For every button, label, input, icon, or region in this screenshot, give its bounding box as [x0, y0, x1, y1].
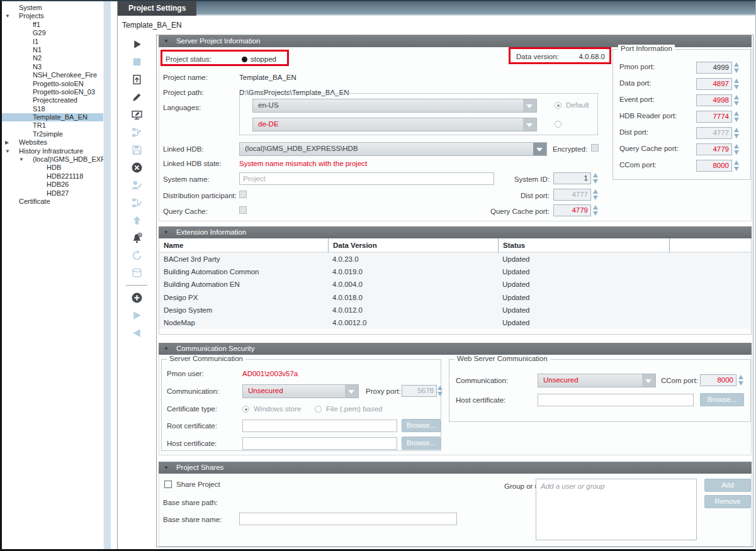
- tree-item-system[interactable]: System: [2, 4, 103, 12]
- tree-item-n1[interactable]: N1: [2, 46, 103, 54]
- remove-button[interactable]: Remove: [704, 495, 751, 508]
- web-communication-dropdown[interactable]: Unsecured: [538, 374, 656, 387]
- tree-item-certificate[interactable]: Certificate: [2, 198, 103, 206]
- host-certificate-input[interactable]: [242, 437, 397, 450]
- column-header[interactable]: [669, 238, 751, 253]
- tree-scrollbar[interactable]: [103, 1, 111, 549]
- activate-project-button[interactable]: [118, 70, 155, 88]
- expand-icon[interactable]: ▶: [5, 138, 9, 147]
- share-project-checkbox[interactable]: [164, 481, 172, 488]
- tree-item-ff1[interactable]: ff1: [2, 21, 103, 29]
- section-header-extension-info[interactable]: ▼Extension Information: [159, 226, 752, 238]
- tree-item-template-ba-en[interactable]: Template_BA_EN: [2, 113, 103, 121]
- start-project-button[interactable]: [118, 35, 155, 53]
- query-cache-port-field[interactable]: 4779: [553, 204, 591, 216]
- section-header-communication-security[interactable]: ▼Communication Security: [159, 343, 752, 355]
- tree-item-hdb27[interactable]: HDB27: [2, 189, 103, 198]
- tree-item-hdb[interactable]: HDB: [2, 164, 103, 172]
- port-row-field[interactable]: 7774: [696, 111, 732, 123]
- section-header-project-shares[interactable]: ▼Project Shares: [159, 462, 752, 474]
- save-button[interactable]: [118, 141, 155, 159]
- add-button[interactable]: Add: [704, 479, 751, 492]
- language-primary-dropdown[interactable]: en-US: [252, 99, 537, 113]
- file-pem-radio[interactable]: [315, 406, 322, 413]
- edit-display-button[interactable]: [118, 106, 155, 123]
- web-host-certificate-browse-button[interactable]: Browse...: [700, 393, 744, 406]
- host-certificate-browse-button[interactable]: Browse...: [402, 437, 441, 450]
- history-database-button[interactable]: [118, 264, 155, 282]
- port-row-field[interactable]: 4998: [696, 94, 732, 106]
- collapse-icon[interactable]: ▼: [5, 12, 10, 20]
- table-row[interactable]: Building Automation Common4.0.019.0Updat…: [159, 265, 751, 278]
- tree-item-i1[interactable]: I1: [2, 38, 103, 46]
- tree-item-hdb26[interactable]: HDB26: [2, 181, 103, 189]
- proxy-port-field[interactable]: 5678: [402, 385, 437, 397]
- port-row-field[interactable]: 4999: [696, 62, 732, 74]
- tree-item-g29[interactable]: G29: [2, 29, 103, 37]
- column-header[interactable]: Data Version: [328, 238, 498, 253]
- root-certificate-browse-button[interactable]: Browse...: [402, 419, 441, 432]
- group-user-listbox[interactable]: Add a user or group: [536, 479, 697, 540]
- tree-item-hdb221118[interactable]: HDB221118: [2, 172, 103, 181]
- web-host-certificate-input[interactable]: [538, 394, 694, 406]
- port-row-field[interactable]: 4777: [696, 127, 732, 139]
- base-share-name-input[interactable]: [239, 513, 457, 525]
- ccom-port-spinner[interactable]: [738, 374, 745, 386]
- next-button[interactable]: [118, 306, 155, 324]
- column-header[interactable]: Status: [498, 238, 669, 253]
- proxy-port-spinner[interactable]: [437, 385, 444, 397]
- tree-item-n2[interactable]: N2: [2, 54, 103, 62]
- column-header[interactable]: Name: [159, 238, 328, 253]
- tree-item-tr2simple[interactable]: Tr2simple: [2, 130, 103, 138]
- table-row[interactable]: Building Automation EN4.0.004.0Updated: [159, 278, 751, 291]
- system-id-field[interactable]: 1: [553, 172, 591, 184]
- linked-hdb-dropdown[interactable]: (local)\GMS_HDB_EXPRESS\HDB: [239, 142, 547, 156]
- stop-project-button[interactable]: [118, 53, 155, 70]
- edit-network-button[interactable]: [118, 123, 155, 141]
- language-secondary-dropdown[interactable]: de-DE: [252, 118, 537, 131]
- previous-button[interactable]: [118, 324, 155, 342]
- user-check-button[interactable]: [118, 176, 155, 194]
- tree-item-s18[interactable]: S18: [2, 105, 103, 113]
- tree-item-progetto-soloen-03[interactable]: Progetto-soloEN_03: [2, 88, 103, 96]
- tree-item-websites[interactable]: ▶Websites: [2, 138, 103, 147]
- query-cache-port-spinner[interactable]: [592, 204, 599, 216]
- table-row[interactable]: BACnet 3rd Party4.0.23.0Updated: [159, 253, 751, 265]
- tree-item--local-gms-hdb-express[interactable]: ▼(local)\GMS_HDB_EXPRESS: [2, 155, 103, 164]
- system-id-spinner[interactable]: [592, 172, 599, 184]
- dist-port-spinner[interactable]: [592, 189, 599, 201]
- port-row-field[interactable]: 8000: [696, 160, 732, 172]
- query-cache-checkbox[interactable]: [239, 206, 247, 214]
- network-check-button[interactable]: [118, 194, 155, 211]
- tab-project-settings[interactable]: Project Settings: [118, 1, 196, 16]
- restore-button[interactable]: [118, 247, 155, 264]
- dist-port-field[interactable]: 4777: [553, 189, 591, 201]
- tree-item-n3[interactable]: N3: [2, 63, 103, 71]
- collapse-icon[interactable]: ▼: [5, 147, 10, 155]
- distribution-participant-checkbox[interactable]: [239, 191, 247, 198]
- mute-alarms-button[interactable]: [118, 229, 155, 247]
- tree-item-tr1[interactable]: TR1: [2, 121, 103, 130]
- port-row-spinner[interactable]: [733, 160, 740, 172]
- port-row-spinner[interactable]: [733, 111, 740, 123]
- port-row-field[interactable]: 4897: [696, 78, 732, 90]
- root-certificate-input[interactable]: [242, 420, 397, 432]
- tree-item-projects[interactable]: ▼Projects: [2, 12, 103, 20]
- tree-item-projectcreated[interactable]: Projectcreated: [2, 96, 103, 104]
- port-row-spinner[interactable]: [733, 94, 740, 106]
- system-name-input[interactable]: [239, 172, 494, 185]
- windows-store-radio[interactable]: [242, 406, 249, 413]
- tree-item-progetto-soloen[interactable]: Progetto-soloEN: [2, 80, 103, 88]
- port-row-field[interactable]: 4779: [696, 143, 732, 155]
- tree-item-nsh-cherokee-fire[interactable]: NSH_Cherokee_Fire: [2, 71, 103, 79]
- table-row[interactable]: NodeMap4.0.0012.0Updated: [159, 316, 751, 329]
- collapse-icon[interactable]: ▼: [19, 155, 24, 164]
- secondary-language-radio[interactable]: [555, 121, 561, 128]
- port-row-spinner[interactable]: [733, 78, 740, 90]
- add-project-button[interactable]: [118, 289, 155, 306]
- communication-dropdown[interactable]: Unsecured: [242, 384, 359, 398]
- default-language-radio[interactable]: [555, 102, 561, 109]
- tree-item-history-infrastructure[interactable]: ▼History Infrastructure: [2, 147, 103, 155]
- edit-project-button[interactable]: [118, 88, 155, 106]
- deactivate-button[interactable]: [118, 159, 155, 176]
